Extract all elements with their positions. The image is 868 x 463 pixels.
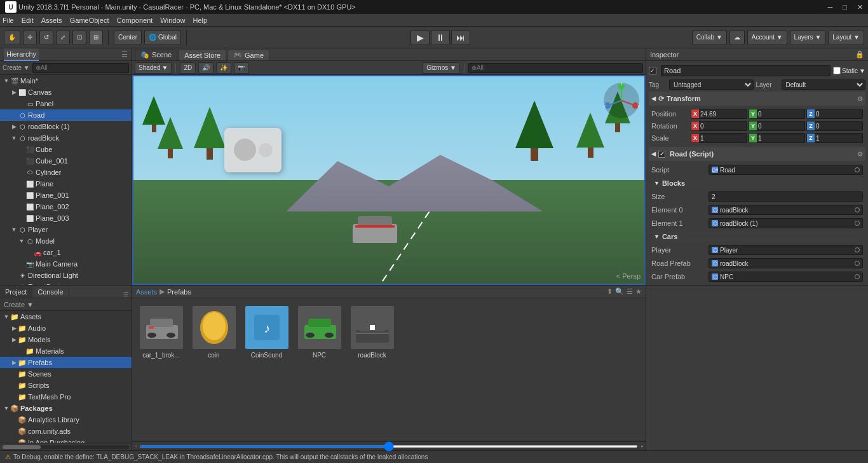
- tree-item-maincamera[interactable]: 📷 Main Camera: [0, 258, 132, 270]
- tree-item-cube001[interactable]: ⬛ Cube_001: [0, 155, 132, 167]
- project-item-assets[interactable]: ▼ 📁 Assets: [0, 311, 132, 322]
- tree-item-model[interactable]: ▼ ⬡ Model: [0, 235, 132, 247]
- tree-item-dirlight[interactable]: ☀ Directional Light: [0, 270, 132, 281]
- tree-item-panel[interactable]: ▭ Panel: [0, 98, 132, 109]
- element1-ref-field[interactable]: ⬡ roadBlock (1): [709, 218, 863, 228]
- project-menu-icon[interactable]: ☰: [123, 291, 132, 298]
- road-prefab-ref-field[interactable]: ⬡ roadBlock: [709, 258, 863, 268]
- cars-header[interactable]: ▼ Cars: [651, 231, 863, 242]
- rot-z-field[interactable]: Z 0: [806, 121, 863, 131]
- element0-ref-circle[interactable]: [855, 207, 860, 212]
- gizmos-btn[interactable]: Gizmos ▼: [423, 62, 460, 74]
- tree-item-plane003[interactable]: ⬜ Plane_003: [0, 212, 132, 224]
- hand-tool[interactable]: ✋: [4, 30, 20, 45]
- tree-item-plane002[interactable]: ⬜ Plane_002: [0, 201, 132, 212]
- console-tab[interactable]: Console: [32, 286, 69, 298]
- element0-ref-field[interactable]: ⬡ roadBlock: [709, 205, 863, 215]
- hierarchy-search[interactable]: [32, 63, 129, 73]
- script-ref-circle[interactable]: [855, 167, 860, 172]
- cloud-btn[interactable]: ☁: [729, 30, 745, 45]
- asset-item-coinsound[interactable]: ♪ CoinSound: [243, 303, 290, 361]
- project-item-scripts[interactable]: 📁 Scripts: [0, 380, 132, 391]
- lock-icon[interactable]: 🔒: [855, 50, 864, 59]
- project-item-ads[interactable]: 📦 com.unity.ads: [0, 425, 132, 437]
- camera-settings-btn[interactable]: 📷: [234, 62, 249, 74]
- scale-z-field[interactable]: Z 1: [806, 133, 863, 143]
- menu-file[interactable]: File: [3, 17, 14, 24]
- play-btn[interactable]: ▶: [410, 30, 430, 45]
- pos-x-field[interactable]: X 24.69: [691, 109, 747, 119]
- move-tool[interactable]: ✛: [23, 30, 37, 45]
- tree-item-roadblock1[interactable]: ▶ ⬡ roadBlock (1): [0, 121, 132, 132]
- project-item-packages[interactable]: ▼ 📦 Packages: [0, 403, 132, 414]
- pause-btn[interactable]: ⏸: [431, 30, 450, 45]
- player-ref-circle[interactable]: [855, 247, 860, 252]
- tree-item-canvas[interactable]: ▶ ⬜ Canvas: [0, 86, 132, 98]
- center-btn[interactable]: Center: [114, 30, 142, 45]
- hierarchy-menu-icon[interactable]: ☰: [121, 50, 128, 59]
- global-btn[interactable]: 🌐 Global: [144, 30, 181, 45]
- rot-y-field[interactable]: Y 0: [749, 121, 805, 131]
- project-item-textmesh[interactable]: 📁 TextMesh Pro: [0, 391, 132, 403]
- scale-tool[interactable]: ⤢: [56, 30, 70, 45]
- tree-item-cylinder[interactable]: ⬭ Cylinder: [0, 167, 132, 178]
- maximize-btn[interactable]: □: [843, 3, 847, 11]
- asset-item-npc[interactable]: NPC: [295, 303, 343, 361]
- asset-store-tab[interactable]: Asset Store: [179, 49, 226, 60]
- minimize-btn[interactable]: ─: [828, 3, 833, 11]
- asset-item-coin[interactable]: coin: [190, 303, 238, 361]
- pos-y-field[interactable]: Y 0: [749, 109, 805, 119]
- script-ref-field[interactable]: C# Road: [709, 165, 863, 175]
- tree-item-player[interactable]: ▼ ⬡ Player: [0, 224, 132, 235]
- static-toggle[interactable]: Static ▼: [833, 67, 865, 74]
- player-ref-field[interactable]: ⬡ Player: [709, 245, 863, 255]
- asset-filter-icon[interactable]: ☰: [627, 287, 633, 296]
- element1-ref-circle[interactable]: [855, 221, 860, 226]
- menu-component[interactable]: Component: [116, 17, 153, 24]
- game-tab[interactable]: 🎮 Game: [227, 49, 269, 60]
- tree-item-cube[interactable]: ⬛ Cube: [0, 144, 132, 155]
- project-item-prefabs[interactable]: ▶ 📁 Prefabs: [0, 357, 132, 368]
- menu-assets[interactable]: Assets: [41, 17, 62, 24]
- scale-y-field[interactable]: Y 1: [749, 133, 805, 143]
- asset-nav-back[interactable]: ⬆: [607, 287, 613, 296]
- project-item-analytics[interactable]: 📦 Analytics Library: [0, 414, 132, 425]
- step-btn[interactable]: ⏭: [451, 30, 470, 45]
- project-item-models[interactable]: ▶ 📁 Models: [0, 334, 132, 345]
- project-item-audio[interactable]: ▶ 📁 Audio: [0, 322, 132, 334]
- scale-x-field[interactable]: X 1: [691, 133, 747, 143]
- 2d-btn[interactable]: 2D: [180, 62, 196, 74]
- project-item-materials[interactable]: 📁 Materials: [0, 345, 132, 357]
- menu-help[interactable]: Help: [193, 17, 207, 24]
- transform-header[interactable]: ◀ ⟳ Transform ⚙: [649, 92, 865, 106]
- sound-btn[interactable]: 🔊: [198, 62, 214, 74]
- asset-search-icon[interactable]: 🔍: [615, 287, 624, 296]
- shading-dropdown[interactable]: Shaded ▼: [135, 62, 172, 74]
- tree-item-main[interactable]: ▼ 🎬 Main*: [0, 75, 132, 86]
- pos-z-field[interactable]: Z 0: [806, 109, 863, 119]
- project-tab[interactable]: Project: [0, 286, 32, 298]
- tree-item-car1[interactable]: 🚗 car_1: [0, 247, 132, 258]
- rotate-tool[interactable]: ↺: [39, 30, 53, 45]
- layer-select[interactable]: Default: [782, 79, 866, 90]
- transform-tool[interactable]: ⊞: [89, 30, 103, 45]
- object-active-toggle[interactable]: [649, 67, 656, 74]
- viewport[interactable]: Y X Z < Persp: [132, 75, 646, 285]
- tag-select[interactable]: Untagged: [669, 79, 754, 90]
- script-menu-icon[interactable]: ⚙: [857, 151, 863, 158]
- car-prefab-ref-circle[interactable]: [855, 274, 860, 279]
- object-name-field[interactable]: [661, 65, 831, 76]
- road-prefab-ref-circle[interactable]: [855, 261, 860, 266]
- menu-edit[interactable]: Edit: [22, 17, 34, 24]
- tree-item-eventsystem[interactable]: ⬡ EventSystem: [0, 281, 132, 285]
- asset-item-roadblock[interactable]: roadBlock: [348, 303, 396, 361]
- transform-menu-icon[interactable]: ⚙: [857, 95, 863, 102]
- scene-tab[interactable]: 🎭 Scene: [135, 49, 177, 60]
- asset-item-car[interactable]: car_1_brok...: [137, 303, 185, 361]
- collab-btn[interactable]: Collab ▼: [692, 30, 727, 45]
- layout-btn[interactable]: Layout ▼: [828, 30, 864, 45]
- menu-window[interactable]: Window: [160, 17, 185, 24]
- menu-gameobject[interactable]: GameObject: [70, 17, 109, 24]
- car-prefab-ref-field[interactable]: ⬡ NPC: [709, 272, 863, 282]
- size-value[interactable]: 2: [709, 191, 863, 202]
